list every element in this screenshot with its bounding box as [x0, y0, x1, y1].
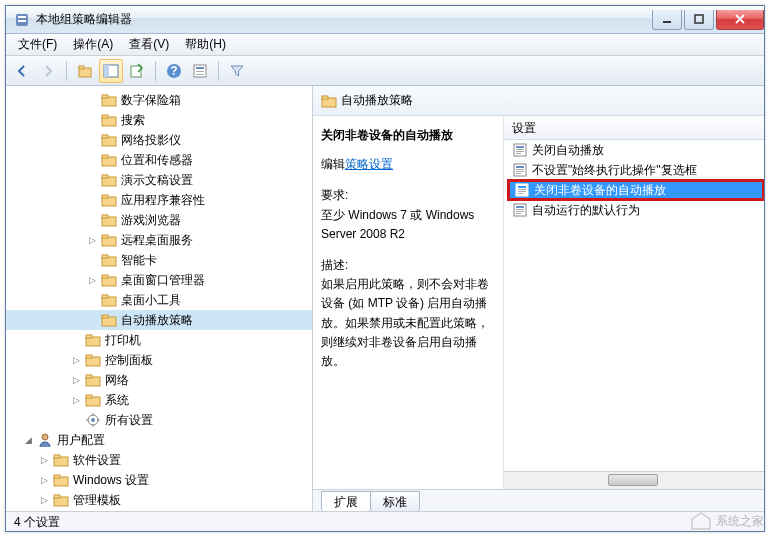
filter-button[interactable]: [225, 59, 249, 83]
policy-icon: [512, 162, 528, 178]
settings-column-header[interactable]: 设置: [504, 116, 764, 140]
tab-extended[interactable]: 扩展: [321, 491, 371, 511]
svg-rect-25: [102, 175, 108, 178]
titlebar[interactable]: 本地组策略编辑器: [6, 6, 764, 34]
tree-item[interactable]: 智能卡: [6, 250, 312, 270]
menu-file[interactable]: 文件(F): [10, 34, 65, 55]
maximize-button[interactable]: [684, 10, 714, 30]
tree-item[interactable]: 自动播放策略: [6, 310, 312, 330]
setting-item[interactable]: 不设置"始终执行此操作"复选框: [508, 160, 764, 180]
requirements-text: 至少 Windows 7 或 Windows Server 2008 R2: [321, 206, 495, 244]
tree-item[interactable]: 桌面小工具: [6, 290, 312, 310]
tree-item[interactable]: 搜索: [6, 110, 312, 130]
properties-button[interactable]: [188, 59, 212, 83]
expand-icon: [86, 194, 99, 207]
tree-label: 系统: [105, 392, 129, 409]
menubar: 文件(F) 操作(A) 查看(V) 帮助(H): [6, 34, 764, 56]
back-button[interactable]: [10, 59, 34, 83]
tree-item[interactable]: ▷控制面板: [6, 350, 312, 370]
edit-policy-link[interactable]: 策略设置: [345, 157, 393, 171]
svg-rect-78: [516, 213, 521, 214]
tree-item[interactable]: 应用程序兼容性: [6, 190, 312, 210]
tree-item[interactable]: ▷Windows 设置: [6, 470, 312, 490]
svg-rect-23: [102, 155, 108, 158]
close-button[interactable]: [716, 10, 764, 30]
show-hide-tree-button[interactable]: [99, 59, 123, 83]
menu-view[interactable]: 查看(V): [121, 34, 177, 55]
svg-rect-15: [196, 74, 204, 75]
app-icon: [14, 12, 30, 28]
settings-column: 设置 关闭自动播放不设置"始终执行此操作"复选框关闭非卷设备的自动播放自动运行的…: [503, 116, 764, 489]
expand-icon[interactable]: ▷: [38, 454, 51, 467]
settings-list[interactable]: 关闭自动播放不设置"始终执行此操作"复选框关闭非卷设备的自动播放自动运行的默认行…: [504, 140, 764, 471]
forward-button[interactable]: [36, 59, 60, 83]
folder-icon: [53, 472, 69, 488]
expand-icon[interactable]: ▷: [38, 494, 51, 507]
menu-action[interactable]: 操作(A): [65, 34, 121, 55]
tree-item[interactable]: 位置和传感器: [6, 150, 312, 170]
requirements-label: 要求:: [321, 186, 495, 205]
tree-item[interactable]: ▷网络: [6, 370, 312, 390]
expand-icon[interactable]: ◢: [22, 434, 35, 447]
svg-rect-47: [86, 395, 92, 398]
tree-label: 打印机: [105, 332, 141, 349]
expand-icon[interactable]: ▷: [86, 274, 99, 287]
expand-icon[interactable]: ▷: [86, 234, 99, 247]
tree-item[interactable]: ▷系统: [6, 390, 312, 410]
help-button[interactable]: ?: [162, 59, 186, 83]
svg-rect-19: [102, 115, 108, 118]
tree-item[interactable]: 游戏浏览器: [6, 210, 312, 230]
svg-rect-29: [102, 215, 108, 218]
folder-icon: [101, 112, 117, 128]
folder-icon: [101, 152, 117, 168]
expand-icon[interactable]: ▷: [70, 374, 83, 387]
tree-item[interactable]: 数字保险箱: [6, 90, 312, 110]
expand-icon[interactable]: ▷: [70, 394, 83, 407]
tree-item[interactable]: 打印机: [6, 330, 312, 350]
folder-icon: [101, 272, 117, 288]
setting-label: 不设置"始终执行此操作"复选框: [532, 162, 697, 179]
menu-help[interactable]: 帮助(H): [177, 34, 234, 55]
setting-item[interactable]: 自动运行的默认行为: [508, 200, 764, 220]
horizontal-scrollbar[interactable]: [504, 471, 764, 489]
tree-label: 数字保险箱: [121, 92, 181, 109]
expand-icon[interactable]: ▷: [38, 474, 51, 487]
edit-prefix: 编辑: [321, 157, 345, 171]
export-button[interactable]: [125, 59, 149, 83]
tree-label: Windows 设置: [73, 472, 149, 489]
expand-icon: [86, 134, 99, 147]
svg-text:?: ?: [170, 64, 177, 78]
svg-rect-67: [516, 171, 524, 172]
svg-rect-62: [516, 151, 524, 152]
policy-icon: [512, 142, 528, 158]
tree-item[interactable]: 演示文稿设置: [6, 170, 312, 190]
toolbar: ?: [6, 56, 764, 86]
tree-item[interactable]: ▷软件设置: [6, 450, 312, 470]
tab-standard[interactable]: 标准: [370, 491, 420, 511]
view-tabs: 扩展 标准: [313, 489, 764, 511]
tree-item[interactable]: ▷管理模板: [6, 490, 312, 510]
tree-item[interactable]: 所有设置: [6, 410, 312, 430]
folder-icon: [53, 452, 69, 468]
folder-icon: [101, 132, 117, 148]
minimize-button[interactable]: [652, 10, 682, 30]
folder-icon: [85, 352, 101, 368]
setting-label: 关闭自动播放: [532, 142, 604, 159]
setting-item[interactable]: 关闭自动播放: [508, 140, 764, 160]
tree-pane[interactable]: 数字保险箱搜索网络投影仪位置和传感器演示文稿设置应用程序兼容性游戏浏览器▷远程桌…: [6, 86, 313, 511]
expand-icon[interactable]: ▷: [70, 354, 83, 367]
tree-item[interactable]: ▷桌面窗口管理器: [6, 270, 312, 290]
folder-icon: [101, 292, 117, 308]
tree-item[interactable]: 网络投影仪: [6, 130, 312, 150]
svg-rect-52: [54, 455, 60, 458]
expand-icon: [70, 334, 83, 347]
tree-item[interactable]: ◢用户配置: [6, 430, 312, 450]
setting-item[interactable]: 关闭非卷设备的自动播放: [508, 180, 764, 200]
up-button[interactable]: [73, 59, 97, 83]
svg-point-49: [91, 418, 95, 422]
svg-rect-4: [695, 15, 703, 23]
status-bar: 4 个设置: [6, 511, 764, 531]
scroll-thumb[interactable]: [608, 474, 658, 486]
tree-item[interactable]: ▷远程桌面服务: [6, 230, 312, 250]
folder-icon: [101, 212, 117, 228]
